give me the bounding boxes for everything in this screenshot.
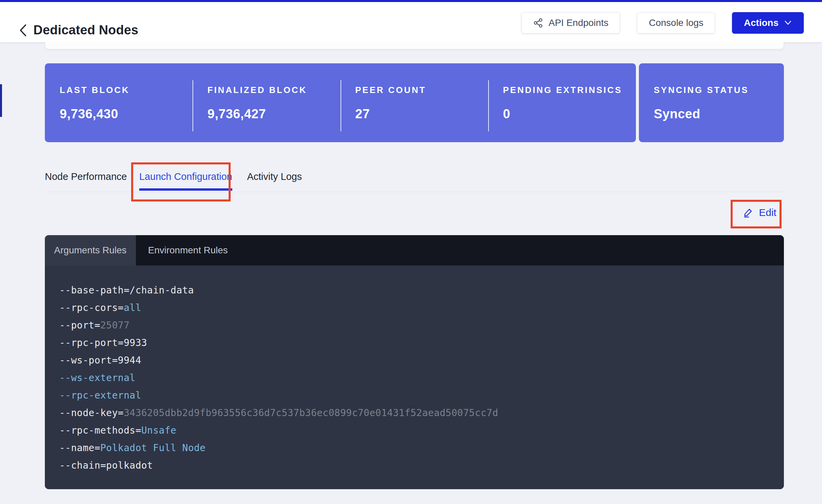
api-endpoints-button[interactable]: API Endpoints [521,12,620,34]
scrolled-card-remnant [45,42,784,49]
left-scroll-indicator [0,84,2,117]
code-token: --base-path=/chain-data [59,285,194,296]
code-line: --name=Polkadot Full Node [59,439,498,457]
launch-config-panel: Arguments RulesEnvironment Rules --base-… [45,235,784,489]
page-header: Dedicated Nodes API Endpoints Console lo… [0,2,822,42]
tab-node-performance[interactable]: Node Performance [45,168,124,190]
config-tab-environment-rules[interactable]: Environment Rules [136,235,240,265]
node-stats-bar: LAST BLOCK9,736,430FINALIZED BLOCK9,736,… [45,63,784,142]
annotation-box-edit [731,200,782,228]
stat-value: 27 [355,107,488,121]
console-logs-label: Console logs [649,18,703,28]
stat-value: Synced [654,107,787,121]
code-token: --name= [59,442,100,453]
code-line: --rpc-cors=all [59,299,498,317]
actions-button[interactable]: Actions [732,12,804,34]
api-endpoints-label: API Endpoints [549,18,608,28]
tab-activity-logs[interactable]: Activity Logs [247,168,302,190]
breadcrumb[interactable]: Dedicated Nodes [19,23,138,37]
code-token: --ws-port=9944 [59,355,141,366]
code-line: --rpc-port=9933 [59,334,498,352]
annotation-box-launch-configuration [131,162,231,201]
code-token: 3436205dbb2d9fb963556c36d7c537b36ec0899c… [124,407,498,418]
code-line: --chain=polkadot [59,457,498,474]
stats-main-card: LAST BLOCK9,736,430FINALIZED BLOCK9,736,… [45,63,636,142]
code-token: --port= [59,320,100,331]
code-token: --node-key= [59,407,124,418]
code-token: --rpc-external [59,390,141,401]
code-line: --ws-external [59,369,498,387]
code-line: --node-key=3436205dbb2d9fb963556c36d7c53… [59,404,498,422]
stat-last-block: LAST BLOCK9,736,430 [45,63,193,142]
stat-label: FINALIZED BLOCK [207,85,340,95]
stat-syncing-status: SYNCING STATUSSynced [639,63,787,142]
config-body: --base-path=/chain-data--rpc-cors=all--p… [45,265,784,489]
arguments-code-block: --base-path=/chain-data--rpc-cors=all--p… [59,282,498,474]
stat-divider [341,80,341,131]
console-logs-button[interactable]: Console logs [637,12,715,34]
stat-label: SYNCING STATUS [654,85,787,95]
code-token: 25077 [100,320,130,331]
tab-label: Activity Logs [247,171,302,182]
stat-divider [193,80,193,131]
code-line: --ws-port=9944 [59,352,498,369]
stat-label: LAST BLOCK [60,85,193,95]
stat-value: 9,736,427 [207,107,340,121]
stat-finalized-block: FINALIZED BLOCK9,736,427 [193,63,340,142]
tab-label: Node Performance [45,171,127,182]
actions-label: Actions [744,18,779,28]
stat-value: 9,736,430 [60,107,193,121]
stat-label: PENDING EXTRINSICS [503,85,636,95]
share-icon [533,18,543,28]
stat-label: PEER COUNT [355,85,488,95]
code-token: --chain=polkadot [59,460,153,471]
config-tab-arguments-rules[interactable]: Arguments Rules [45,235,136,265]
code-token: --rpc-methods= [59,425,141,436]
stat-value: 0 [503,107,636,121]
stat-peer-count: PEER COUNT27 [341,63,488,142]
code-token: --rpc-port=9933 [59,337,147,348]
code-token: all [124,302,141,313]
stat-pending-extrinsics: PENDING EXTRINSICS0 [488,63,636,142]
code-token: --rpc-cors= [59,302,124,313]
code-line: --rpc-methods=Unsafe [59,422,498,439]
header-actions: API Endpoints Console logs Actions [521,12,804,34]
stats-sync-card: SYNCING STATUSSynced [639,63,784,142]
section-tabs: Node PerformanceLaunch ConfigurationActi… [45,168,784,193]
code-line: --base-path=/chain-data [59,282,498,299]
code-line: --port=25077 [59,317,498,334]
code-token: Unsafe [141,425,176,436]
code-token: --ws-external [59,372,136,383]
back-chevron-icon[interactable] [19,24,27,37]
config-tabstrip: Arguments RulesEnvironment Rules [45,235,784,265]
page-title: Dedicated Nodes [33,23,138,37]
code-line: --rpc-external [59,387,498,404]
code-token: Polkadot Full Node [100,442,206,453]
stat-divider [488,80,489,131]
chevron-down-icon [784,20,792,26]
